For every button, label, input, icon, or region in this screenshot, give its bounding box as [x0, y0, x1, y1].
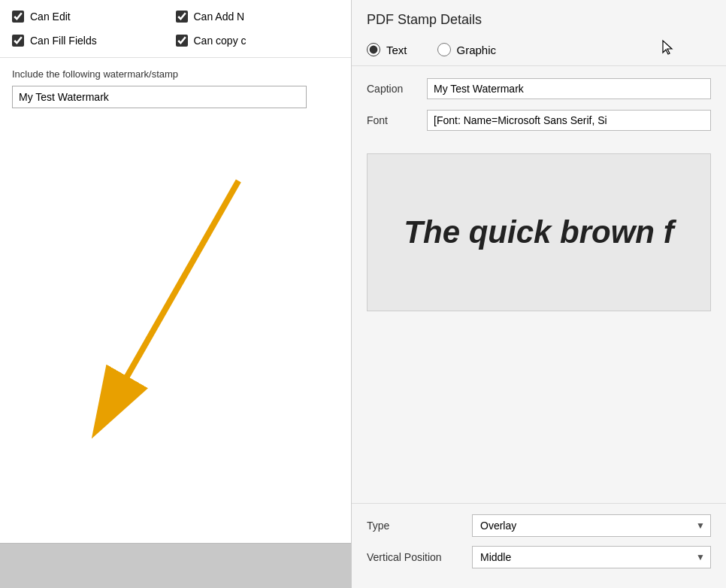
preview-box: The quick brown f — [367, 153, 711, 311]
left-footer — [0, 543, 351, 588]
radio-text-label: Text — [386, 44, 407, 56]
arrow-area — [0, 119, 351, 543]
can-copy-label: Can copy c — [194, 35, 247, 47]
font-key: Font — [367, 114, 427, 126]
can-edit-row: Can Edit — [12, 6, 176, 27]
type-radio-group: Text Graphic — [352, 35, 726, 66]
radio-graphic-label: Graphic — [457, 44, 497, 56]
right-panel: PDF Stamp Details Text Graphic Caption M… — [352, 0, 726, 588]
caption-value[interactable]: My Test Watermark — [427, 78, 711, 99]
caption-row: Caption My Test Watermark — [367, 78, 711, 99]
watermark-section: Include the following watermark/stamp — [0, 58, 351, 119]
vposition-select[interactable]: Top Middle Bottom — [472, 546, 711, 568]
can-fill-checkbox[interactable] — [12, 35, 24, 47]
can-fill-row: Can Fill Fields — [12, 30, 176, 51]
watermark-input-wrapper[interactable] — [12, 86, 307, 108]
panel-title: PDF Stamp Details — [352, 0, 726, 35]
svg-line-1 — [98, 180, 239, 428]
type-select[interactable]: Overlay Underlay — [472, 514, 711, 537]
watermark-input[interactable] — [19, 91, 300, 103]
can-add-row: Can Add N — [176, 6, 340, 27]
radio-text-input[interactable] — [367, 43, 380, 56]
font-row: Font [Font: Name=Microsoft Sans Serif, S… — [367, 110, 711, 131]
left-panel: Can Edit Can Add N Can Fill Fields Can c… — [0, 0, 352, 588]
checkbox-grid: Can Edit Can Add N Can Fill Fields Can c… — [0, 0, 351, 58]
type-row: Type Overlay Underlay ▼ — [367, 514, 711, 537]
radio-graphic-option[interactable]: Graphic — [437, 43, 497, 56]
can-edit-label: Can Edit — [30, 11, 71, 23]
spacer — [352, 311, 726, 503]
vposition-row: Vertical Position Top Middle Bottom ▼ — [367, 546, 711, 568]
type-label: Type — [367, 520, 472, 532]
bottom-section: Type Overlay Underlay ▼ Vertical Positio… — [352, 503, 726, 588]
can-add-checkbox[interactable] — [176, 11, 188, 23]
type-select-wrapper: Overlay Underlay ▼ — [472, 514, 711, 537]
radio-graphic-input[interactable] — [437, 43, 451, 56]
can-edit-checkbox[interactable] — [12, 11, 24, 23]
vposition-select-wrapper: Top Middle Bottom ▼ — [472, 546, 711, 568]
preview-text: The quick brown f — [404, 214, 673, 250]
arrow-annotation — [0, 119, 351, 543]
font-value[interactable]: [Font: Name=Microsoft Sans Serif, Si — [427, 110, 711, 131]
caption-key: Caption — [367, 83, 427, 95]
radio-text-option[interactable]: Text — [367, 43, 407, 56]
can-add-label: Can Add N — [194, 11, 245, 23]
watermark-section-label: Include the following watermark/stamp — [12, 68, 339, 80]
stamp-details: Caption My Test Watermark Font [Font: Na… — [352, 66, 726, 153]
can-fill-label: Can Fill Fields — [30, 35, 97, 47]
can-copy-row: Can copy c — [176, 30, 340, 51]
vposition-label: Vertical Position — [367, 551, 472, 563]
can-copy-checkbox[interactable] — [176, 35, 188, 47]
